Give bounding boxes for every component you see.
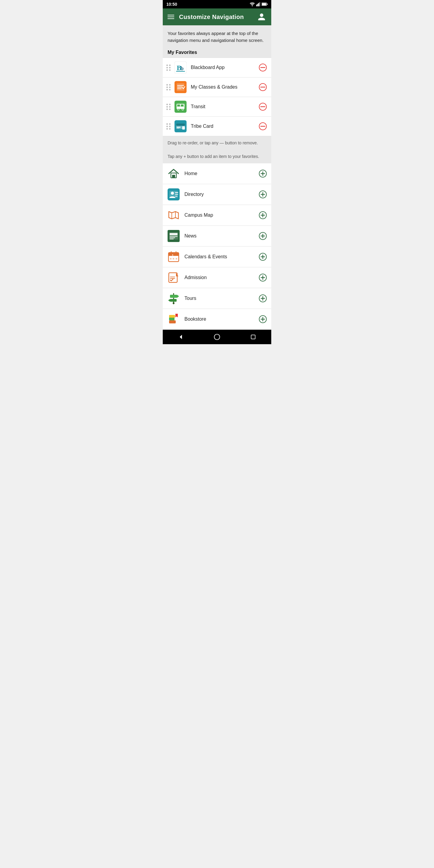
blackboard-icon: B b — [174, 61, 187, 74]
svg-text:b: b — [181, 65, 184, 71]
status-bar: 10:50 — [163, 0, 271, 8]
available-item-campusmap: Campus Map — [163, 205, 271, 226]
svg-rect-24 — [177, 104, 180, 106]
svg-rect-97 — [169, 317, 175, 320]
wifi-icon — [250, 2, 255, 6]
available-label-tours: Tours — [184, 296, 258, 301]
remove-blackboard-button[interactable] — [258, 63, 268, 72]
favorite-label-transit: Transit — [191, 104, 258, 110]
recents-button[interactable] — [246, 330, 260, 344]
svg-point-47 — [171, 192, 174, 195]
favorites-list: B b Blackboard App — [163, 58, 271, 136]
remove-transit-button[interactable] — [258, 102, 268, 112]
svg-marker-91 — [168, 299, 170, 302]
svg-rect-29 — [177, 106, 184, 107]
svg-point-28 — [182, 108, 184, 110]
favorite-item-blackboard: B b Blackboard App — [163, 58, 271, 78]
remove-tribecard-button[interactable] — [258, 121, 268, 131]
available-label-news: News — [184, 233, 258, 239]
drag-handle-blackboard[interactable] — [166, 64, 171, 71]
add-campusmap-button[interactable] — [258, 210, 268, 220]
svg-rect-4 — [259, 2, 260, 6]
add-calendar-button[interactable] — [258, 252, 268, 261]
svg-rect-3 — [258, 3, 259, 6]
available-item-admission: Admission — [163, 267, 271, 288]
available-label-bookstore: Bookstore — [184, 316, 258, 322]
svg-point-0 — [252, 5, 253, 6]
add-news-button[interactable] — [258, 231, 268, 241]
classes-icon — [174, 81, 187, 94]
svg-rect-90 — [170, 299, 177, 302]
svg-text:1: 1 — [172, 254, 174, 257]
remove-classes-button[interactable] — [258, 82, 268, 92]
add-directory-button[interactable] — [258, 190, 268, 199]
battery-icon — [261, 2, 268, 6]
admission-icon — [166, 270, 181, 285]
svg-rect-81 — [169, 273, 177, 282]
tribecard-icon — [174, 120, 187, 133]
signal-icon — [256, 2, 260, 6]
svg-rect-88 — [170, 295, 177, 298]
favorite-label-tribecard: Tribe Card — [191, 124, 258, 129]
menu-icon[interactable] — [167, 15, 174, 19]
page-title: Customize Navigation — [179, 13, 257, 21]
home-icon — [166, 166, 181, 181]
svg-rect-35 — [177, 127, 181, 128]
svg-rect-75 — [170, 258, 172, 259]
drag-handle-tribecard[interactable] — [166, 123, 171, 130]
svg-rect-37 — [182, 126, 185, 130]
svg-rect-62 — [170, 233, 178, 236]
favorite-item-tribecard: Tribe Card — [163, 117, 271, 136]
svg-rect-76 — [173, 258, 174, 259]
svg-marker-89 — [177, 295, 179, 298]
status-icons — [250, 2, 268, 6]
info-banner: Your favorites always appear at the top … — [163, 25, 271, 46]
tours-icon — [166, 291, 181, 306]
news-icon — [166, 229, 181, 243]
available-list: Home Directory — [163, 163, 271, 330]
svg-marker-54 — [169, 212, 179, 219]
drag-hint: Drag to re-order, or tap any — button to… — [163, 136, 271, 150]
svg-rect-41 — [172, 175, 175, 178]
drag-handle-transit[interactable] — [166, 104, 171, 110]
svg-point-27 — [178, 108, 179, 110]
available-label-home: Home — [184, 171, 258, 176]
svg-rect-1 — [256, 4, 257, 6]
calendar-icon: 1 — [166, 250, 181, 264]
favorite-item-transit: Transit — [163, 97, 271, 117]
svg-rect-96 — [169, 320, 176, 323]
bookstore-icon — [166, 312, 181, 327]
status-time: 10:50 — [166, 2, 177, 7]
available-label-directory: Directory — [184, 192, 258, 197]
drag-handle-classes[interactable] — [166, 84, 171, 90]
app-bar: Customize Navigation — [163, 8, 271, 25]
available-item-bookstore: Bookstore — [163, 309, 271, 330]
directory-icon — [166, 187, 181, 202]
available-item-directory: Directory — [163, 184, 271, 205]
add-bookstore-button[interactable] — [258, 314, 268, 324]
favorite-item-classes: My Classes & Grades — [163, 78, 271, 97]
svg-marker-99 — [176, 314, 178, 317]
transit-icon — [174, 100, 187, 113]
user-icon[interactable] — [257, 12, 267, 22]
svg-point-92 — [173, 302, 175, 304]
add-hint: Tap any + button to add an item to your … — [163, 150, 271, 163]
bottom-nav-bar — [163, 330, 271, 344]
svg-rect-2 — [257, 4, 258, 6]
available-item-news: News — [163, 226, 271, 247]
svg-rect-34 — [176, 124, 185, 126]
available-item-calendar: 1 Calendars & Events — [163, 247, 271, 267]
svg-rect-77 — [176, 258, 177, 259]
add-tours-button[interactable] — [258, 293, 268, 303]
add-admission-button[interactable] — [258, 273, 268, 282]
home-button[interactable] — [210, 330, 224, 344]
available-label-calendar: Calendars & Events — [184, 254, 258, 259]
add-home-button[interactable] — [258, 169, 268, 179]
back-button[interactable] — [174, 330, 188, 344]
info-description: Your favorites always appear at the top … — [167, 30, 267, 44]
available-label-admission: Admission — [184, 275, 258, 280]
favorites-section-header: My Favorites — [163, 46, 271, 58]
svg-point-104 — [214, 334, 220, 340]
svg-marker-103 — [180, 335, 182, 339]
available-label-campusmap: Campus Map — [184, 213, 258, 218]
